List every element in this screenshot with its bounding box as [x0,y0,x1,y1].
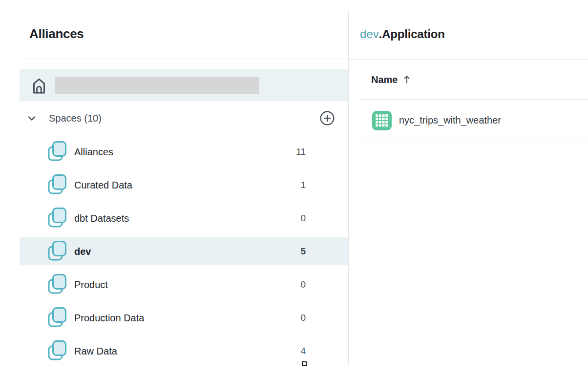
home-shortcut-row[interactable] [20,69,348,101]
sidebar-item-curated-data[interactable]: Curated Data 1 [20,168,348,202]
space-name: dev [74,235,91,268]
stacked-squares-icon [47,307,67,329]
name-column-header[interactable]: Name [371,73,411,86]
main-panel: dev.Application Name nyc_trips_with_weat… [348,0,588,376]
name-column-label: Name [371,74,398,85]
add-space-button[interactable] [319,110,335,126]
redacted-name-bar [55,77,259,94]
space-name: Alliances [74,135,113,168]
arrow-up-icon [403,74,411,84]
space-name: Curated Data [74,168,132,202]
stacked-squares-icon [47,141,67,163]
stacked-squares-icon [47,240,67,263]
home-icon [30,75,48,95]
dataset-count: 4 [300,334,306,368]
dataset-count: 0 [300,268,306,301]
dataset-count: 0 [300,202,306,235]
sidebar-item-raw-data[interactable]: Raw Data 4 [20,334,348,368]
space-name: dbt Datasets [74,202,129,235]
plus-circle-icon [319,110,335,126]
stacked-squares-icon [47,207,67,230]
space-name: Raw Data [74,334,117,368]
space-name: Production Data [74,301,144,334]
chevron-down-icon[interactable] [26,112,38,124]
divider [20,59,348,59]
sidebar-item-production-data[interactable]: Production Data 0 [20,301,348,334]
breadcrumb: dev.Application [360,26,445,42]
table-row-nyc-trips-with-weather[interactable]: nyc_trips_with_weather [349,100,588,141]
breadcrumb-entity: Application [382,27,444,41]
stacked-squares-icon [47,340,67,362]
sidebar-item-product[interactable]: Product 0 [20,268,348,301]
dataset-name: nyc_trips_with_weather [399,100,501,141]
dataset-count: 11 [296,135,306,168]
sidebar-item-dev[interactable]: dev 5 [20,235,348,268]
sidebar-panel: Alliances Spaces (10) [0,0,348,376]
stacked-squares-icon [47,174,67,196]
space-name: Product [74,268,108,301]
sidebar-item-dbt-datasets[interactable]: dbt Datasets 0 [20,202,348,235]
space-list: Alliances 11 Curated Data 1 dbt Datasets [20,135,348,368]
spaces-section-label: Spaces (10) [49,108,102,128]
divider [360,141,588,141]
sidebar-item-alliances[interactable]: Alliances 11 [20,135,348,168]
sidebar-title: Alliances [29,26,84,42]
divider [349,59,588,60]
breadcrumb-space-link[interactable]: dev [360,27,379,41]
dataset-count: 5 [300,235,306,268]
dataset-count: 0 [300,301,306,334]
table-grid-icon [372,111,392,130]
spaces-section-header: Spaces (10) [20,108,348,128]
stacked-squares-icon [47,273,67,296]
dataset-count: 1 [300,168,306,202]
